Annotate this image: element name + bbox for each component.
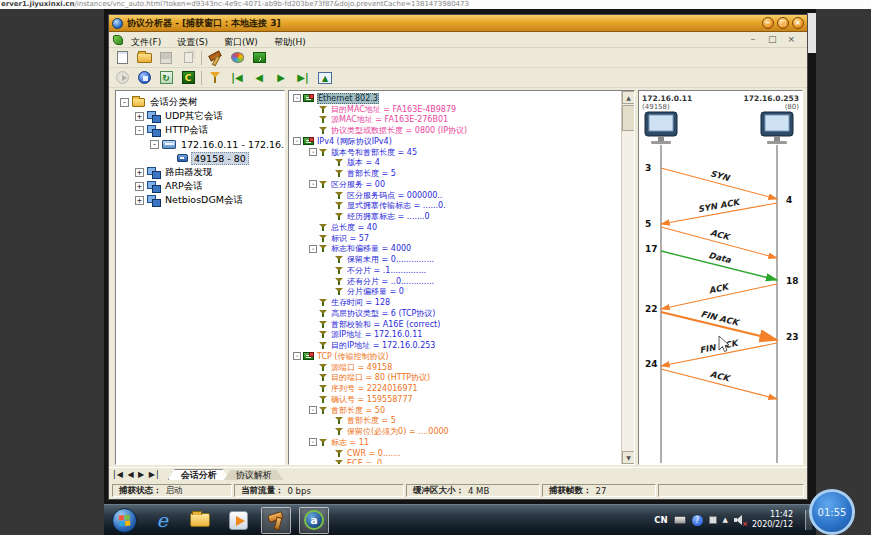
tree-item[interactable]: -HTTP会话 <box>118 123 282 137</box>
tree-item[interactable]: +首部校验和 = A16E (correct) <box>291 319 634 330</box>
expand-icon[interactable]: + <box>135 196 144 205</box>
first-packet-button[interactable]: |◀ <box>228 69 246 86</box>
tree-item[interactable]: -TCP (传输控制协议) <box>291 351 634 362</box>
tree-item[interactable]: -172.16.0.11 - 172.16.0.253 <box>118 137 282 151</box>
tree-item[interactable]: +序列号 = 2224016971 <box>291 383 634 394</box>
menu-item[interactable]: 设置(S) <box>175 36 210 48</box>
scroll-up-icon[interactable]: ▲ <box>622 91 635 104</box>
tree-item[interactable]: +总长度 = 40 <box>291 222 634 233</box>
tree-item[interactable]: +确认号 = 159558777 <box>291 394 634 405</box>
clock[interactable]: 11:42 2020/2/12 <box>752 510 799 530</box>
browser-scrollbar[interactable] <box>807 13 816 53</box>
tree-item[interactable]: +目的端口 = 80 (HTTP协议) <box>291 373 634 384</box>
collapse-icon[interactable]: - <box>309 148 317 156</box>
next-packet-button[interactable]: ▶ <box>272 69 290 86</box>
tree-item[interactable]: +ECE = .0...... <box>291 459 634 466</box>
tree-item[interactable]: -区分服务 = 00 <box>291 179 634 190</box>
stop-capture-button[interactable] <box>135 69 153 86</box>
statistics-button[interactable]: ▲ <box>316 69 334 86</box>
tree-item[interactable]: +保留位(必须为0) = ....0000 <box>291 426 634 437</box>
collapse-icon[interactable]: - <box>120 98 129 107</box>
tree-item[interactable]: +分片偏移量 = 0 <box>291 287 634 298</box>
tree-item[interactable]: +区分服务码点 = 000000.. <box>291 190 634 201</box>
maximize-button[interactable]: □ <box>777 17 789 29</box>
collapse-icon[interactable]: - <box>309 438 317 446</box>
taskbar-item-explorer[interactable] <box>185 507 215 534</box>
tree-item[interactable]: +NetbiosDGM会话 <box>118 193 282 207</box>
new-capture-button[interactable] <box>113 49 131 66</box>
chart-view-button[interactable] <box>250 49 268 66</box>
menu-item[interactable]: 窗口(W) <box>222 36 260 48</box>
scrollbar-thumb[interactable] <box>622 105 635 131</box>
start-capture-button[interactable] <box>113 69 131 86</box>
tree-item[interactable]: +不分片 = .1.............. <box>291 265 634 276</box>
tree-item[interactable]: -Ethernet 802.3 <box>291 93 634 104</box>
save-button[interactable] <box>157 49 175 66</box>
settings-tools-button[interactable] <box>206 49 224 66</box>
help-tray-icon[interactable]: ? <box>692 515 703 526</box>
tree-item[interactable]: +UDP其它会话 <box>118 109 282 123</box>
collapse-icon[interactable]: - <box>309 406 317 414</box>
speaker-muted-icon[interactable]: × <box>734 515 746 525</box>
collapse-icon[interactable]: - <box>293 94 301 102</box>
close-button[interactable]: × <box>792 17 804 29</box>
tray-misc-icon[interactable] <box>709 516 717 524</box>
tree-item[interactable]: +首部长度 = 5 <box>291 416 634 427</box>
tree-item[interactable]: -首部长度 = 50 <box>291 405 634 416</box>
tree-item[interactable]: -IPv4 (网际协议IPv4) <box>291 136 634 147</box>
tree-item[interactable]: +源端口 = 49158 <box>291 362 634 373</box>
taskbar-item-analyzer[interactable]: a <box>299 507 329 534</box>
scroll-down-icon[interactable]: ▼ <box>622 451 635 464</box>
tab-active[interactable]: 会话分析 <box>168 469 230 480</box>
tree-item[interactable]: +还有分片 = ..0............. <box>291 276 634 287</box>
collapse-icon[interactable]: - <box>309 180 317 188</box>
taskbar-item-analyzer-tools[interactable] <box>261 507 291 534</box>
reload-button[interactable]: C <box>179 69 197 86</box>
tree-item[interactable]: +协议类型或数据长度 = 0800 (IP协议) <box>291 125 634 136</box>
taskbar-item-ie[interactable]: e <box>147 507 177 534</box>
menu-item[interactable]: 文件(F) <box>129 36 163 48</box>
tree-item[interactable]: +ARP会话 <box>118 179 282 193</box>
last-packet-button[interactable]: ▶| <box>294 69 312 86</box>
collapse-icon[interactable]: - <box>293 352 301 360</box>
tree-item[interactable]: +经历拥塞标志 = .......0 <box>291 211 634 222</box>
tab-inactive[interactable]: 协议解析 <box>224 470 284 480</box>
tree-item[interactable]: +显式拥塞传输标志 = ......0. <box>291 201 634 212</box>
tree-item[interactable]: +CWR = 0....... <box>291 448 634 459</box>
tree-item[interactable]: +首部长度 = 5 <box>291 168 634 179</box>
tree-item[interactable]: +标识 = 57 <box>291 233 634 244</box>
tray-expand-icon[interactable]: ▲ <box>723 516 728 524</box>
refresh-button[interactable]: ↻ <box>157 69 175 86</box>
expand-icon[interactable]: + <box>135 182 144 191</box>
copy-button[interactable] <box>179 49 197 66</box>
tree-item[interactable]: +保留未用 = 0............... <box>291 254 634 265</box>
tree-item[interactable]: +高层协议类型 = 6 (TCP协议) <box>291 308 634 319</box>
tree-item[interactable]: +源IP地址 = 172.16.0.11 <box>291 330 634 341</box>
tree-item[interactable]: -版本号和首部长度 = 45 <box>291 147 634 158</box>
collapse-icon[interactable]: - <box>309 245 317 253</box>
tree-item[interactable]: +路由器发现 <box>118 165 282 179</box>
tree-item[interactable]: +版本 = 4 <box>291 158 634 169</box>
tree-item[interactable]: -标志 = 11 <box>291 437 634 448</box>
collapse-icon[interactable]: - <box>150 140 159 149</box>
expand-icon[interactable]: + <box>135 112 144 121</box>
tree-item[interactable]: +49158 - 80 <box>118 151 282 165</box>
open-button[interactable] <box>135 49 153 66</box>
collapse-icon[interactable]: - <box>293 137 301 145</box>
taskbar-item-media-player[interactable] <box>223 507 253 534</box>
collapse-icon[interactable]: - <box>135 126 144 135</box>
mdi-window-controls[interactable]: － □ × <box>748 33 803 46</box>
tab-scroll-buttons[interactable]: |◀ ◀ ▶ ▶| <box>113 468 160 482</box>
vertical-scrollbar[interactable]: ▲ ▼ <box>621 91 634 464</box>
color-options-button[interactable] <box>228 49 246 66</box>
language-indicator[interactable]: CN <box>654 515 667 525</box>
menu-item[interactable]: 帮助(H) <box>272 36 308 48</box>
minimize-button[interactable]: − <box>762 17 774 29</box>
prev-packet-button[interactable]: ◀ <box>250 69 268 86</box>
tree-item[interactable]: -会话分类树 <box>118 95 282 109</box>
tree-item[interactable]: -标志和偏移量 = 4000 <box>291 244 634 255</box>
tree-item[interactable]: +目的MAC地址 = FA163E-4B9879 <box>291 104 634 115</box>
expand-icon[interactable]: + <box>135 168 144 177</box>
keyboard-icon[interactable] <box>674 516 686 524</box>
filter-button[interactable] <box>206 69 224 86</box>
